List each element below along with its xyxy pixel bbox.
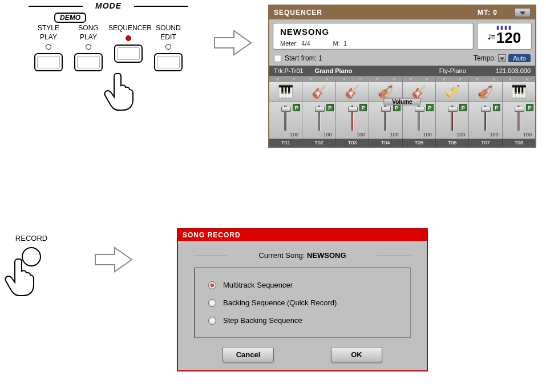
radio-icon[interactable] (208, 317, 216, 325)
instrument-slot[interactable]: ⦀○🎺 (436, 76, 469, 102)
tempo-mode-label: Tempo: (474, 54, 496, 62)
mode-label-line1: SONG (68, 24, 108, 33)
arrow-icon (94, 245, 134, 274)
play-badge[interactable]: P (426, 104, 434, 111)
instrument-slot[interactable]: ⦀○🎸 (336, 76, 369, 102)
track-tab[interactable]: T01 (269, 139, 302, 147)
play-badge[interactable]: P (459, 104, 467, 111)
song-info-box[interactable]: NEWSONG Meter: 4/4 M: 1 (273, 23, 474, 50)
instrument-slot[interactable]: ⦀○🎹 (269, 76, 302, 102)
radio-icon[interactable] (208, 299, 216, 307)
fader-value: 100 (404, 132, 434, 138)
volume-slider[interactable] (517, 106, 520, 131)
play-badge[interactable]: P (293, 104, 300, 111)
play-badge[interactable]: P (493, 104, 500, 111)
fader[interactable]: P100 (403, 102, 436, 139)
fader-value: 100 (504, 132, 534, 138)
tempo-box[interactable]: ▮▮▮▮ ♩=120 (477, 23, 532, 50)
track-tab[interactable]: T05 (403, 139, 436, 147)
play-badge[interactable]: P (526, 104, 533, 111)
track-tab[interactable]: T03 (336, 139, 369, 147)
option-multitrack[interactable]: Multitrack Sequencer (208, 281, 397, 289)
tempo-note-icon: ♩= (488, 33, 495, 41)
track-tab[interactable]: T07 (469, 139, 502, 147)
fader[interactable]: P100 (369, 102, 402, 139)
track-tab[interactable]: T06 (436, 139, 469, 147)
instrument-icon: 🎸 (302, 82, 335, 102)
fader[interactable]: P100 (436, 102, 469, 139)
volume-slider[interactable] (484, 106, 487, 131)
mode-label-line2: PLAY (29, 33, 68, 42)
fader-value: 100 (337, 132, 367, 138)
arrow-icon (213, 29, 253, 57)
play-badge[interactable]: P (359, 104, 367, 111)
demo-badge: DEMO (54, 13, 86, 23)
ok-button[interactable]: OK (331, 347, 382, 362)
option-backing-sequence[interactable]: Backing Sequence (Quick Record) (208, 298, 397, 307)
fader[interactable]: P100 (469, 102, 502, 139)
fader-value: 100 (470, 132, 500, 138)
sequencer-title: SEQUENCER (274, 9, 322, 17)
track-tab[interactable]: T02 (302, 139, 335, 147)
led-sound-edit (165, 44, 171, 50)
cancel-button[interactable]: Cancel (223, 347, 274, 362)
play-badge[interactable]: P (326, 104, 334, 111)
sequencer-window: SEQUENCER MT: 0 NEWSONG Meter: 4/4 M: 1 … (268, 5, 536, 148)
mode-label-line1: SEQUENCER (108, 24, 148, 33)
volume-slider[interactable] (418, 106, 420, 131)
mode-title: MODE (29, 1, 188, 10)
led-song-play (86, 44, 91, 50)
meter-value: 4/4 (301, 40, 310, 47)
start-from-checkbox[interactable] (274, 55, 281, 62)
mode-label-line1: STYLE (29, 24, 68, 33)
track-info-bar[interactable]: Trk:P-Tr01 Grand Piano Fty-Piano 121.003… (269, 66, 535, 76)
button-sequencer[interactable] (114, 45, 143, 63)
track-program: 121.003.000 (496, 67, 531, 74)
button-style-play[interactable] (34, 53, 63, 71)
song-record-dialog: SONG RECORD Current Song: NEWSONG Multit… (177, 228, 428, 371)
track-id: Trk:P-Tr01 (274, 67, 304, 74)
current-song-label: Current Song: (258, 251, 305, 260)
fader[interactable]: P100 (336, 102, 369, 139)
option-step-backing[interactable]: Step Backing Sequence (208, 316, 397, 325)
volume-slider[interactable] (318, 106, 321, 131)
record-label: RECORD (6, 234, 57, 243)
start-from-value[interactable]: 1 (318, 54, 322, 62)
mode-panel: MODE DEMO STYLE PLAY SONG PLAY SEQUENCER… (29, 1, 188, 71)
volume-slider[interactable] (284, 106, 287, 131)
demo-bracket: DEMO (0, 10, 188, 23)
mode-item-style-play: STYLE PLAY (29, 24, 68, 71)
mode-item-song-play: SONG PLAY (68, 24, 108, 71)
radio-icon[interactable] (208, 281, 216, 289)
tempo-mode-value[interactable]: Auto (508, 54, 531, 62)
hand-pointer-icon (3, 257, 38, 297)
track-label-row: T01 T02 T03 T04 T05 T06 T07 T08 (269, 139, 535, 147)
fader[interactable]: P100 (503, 102, 535, 139)
fader-value: 100 (370, 132, 401, 138)
volume-slider[interactable] (384, 106, 387, 131)
instrument-icon: 🎹 (503, 82, 535, 102)
instrument-slot[interactable]: ⦀○🎹 (503, 76, 535, 102)
volume-slider[interactable] (451, 106, 454, 131)
instrument-slot[interactable]: ⦀○🎸 (302, 76, 335, 102)
hand-pointer-icon (103, 71, 137, 111)
mode-label-line1: SOUND (148, 24, 188, 33)
option-label: Backing Sequence (Quick Record) (223, 298, 337, 307)
menu-dropdown-button[interactable] (515, 8, 531, 17)
button-sound-edit[interactable] (154, 53, 183, 71)
tempo-dropdown-button[interactable] (498, 54, 506, 62)
fader[interactable]: P100 (269, 102, 302, 139)
fader-value: 100 (437, 132, 467, 138)
volume-label: Volume (383, 98, 420, 106)
sequencer-mt: MT: 0 (478, 9, 498, 17)
option-label: Multitrack Sequencer (223, 281, 293, 289)
tempo-value: 120 (496, 29, 521, 46)
fader[interactable]: P100 (302, 102, 335, 139)
instrument-icon: 🎺 (436, 82, 468, 102)
track-tab[interactable]: T04 (369, 139, 402, 147)
button-song-play[interactable] (74, 53, 103, 71)
instrument-slot[interactable]: ⦀○🎻 (469, 76, 502, 102)
led-style-play (46, 44, 51, 50)
volume-slider[interactable] (351, 106, 354, 131)
track-tab[interactable]: T08 (503, 139, 535, 147)
